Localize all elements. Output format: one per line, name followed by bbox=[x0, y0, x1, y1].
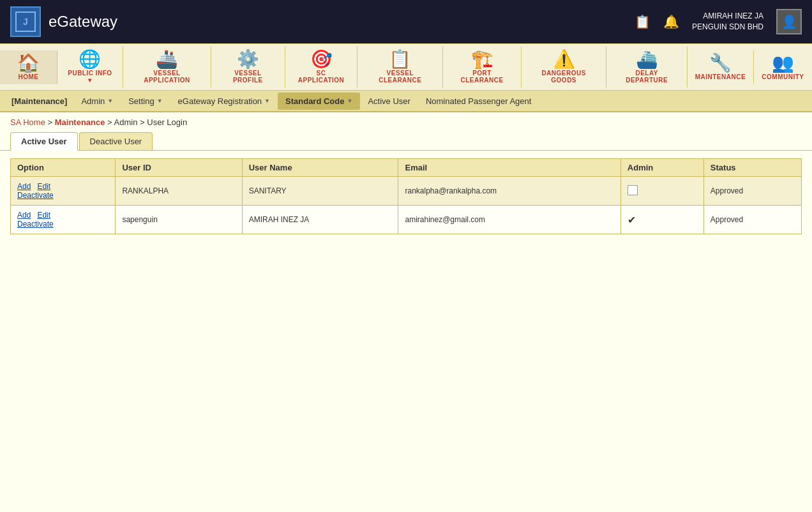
setting-label: Setting bbox=[128, 96, 154, 106]
tabs-bar: Active User Deactive User bbox=[0, 132, 812, 151]
nav-delay-departure[interactable]: ⛴️ DELAY DEPARTURE bbox=[606, 47, 687, 87]
table-row: Add Edit Deactivate sapenguin AMIRAH INE… bbox=[11, 206, 802, 234]
egateway-reg-label: eGateway Registration bbox=[178, 96, 262, 106]
nominated-passenger-label: Nominated Passenger Agent bbox=[426, 96, 532, 106]
col-option: Option bbox=[11, 159, 116, 177]
logo-box: J bbox=[10, 6, 41, 37]
breadcrumb-user-login: User Login bbox=[147, 117, 187, 127]
menu-bar: [Maintenance] Admin ▼ Setting ▼ eGateway… bbox=[0, 91, 812, 112]
row1-admin bbox=[620, 177, 703, 206]
row1-user-name: SANITARY bbox=[242, 177, 398, 206]
app-title: eGateway bbox=[49, 13, 117, 31]
sc-app-icon: 🎯 bbox=[310, 50, 333, 68]
col-admin: Admin bbox=[620, 159, 703, 177]
community-icon: 👥 bbox=[772, 54, 794, 72]
row2-admin: ✔ bbox=[620, 206, 703, 234]
row1-edit-link[interactable]: Edit bbox=[37, 182, 50, 191]
setting-arrow: ▼ bbox=[157, 98, 163, 104]
active-user-menu-label: Active User bbox=[368, 96, 410, 106]
standard-code-label: Standard Code bbox=[285, 96, 344, 106]
community-label: COMMUNITY bbox=[762, 73, 804, 80]
user-company: PENGUIN SDN BHD bbox=[692, 22, 763, 33]
delay-label: DELAY DEPARTURE bbox=[617, 70, 676, 84]
admin-arrow: ▼ bbox=[107, 98, 113, 104]
user-name: AMIRAH INEZ JA bbox=[692, 11, 763, 22]
table-row: Add Edit Deactivate RANKALPHA SANITARY r… bbox=[11, 177, 802, 206]
dangerous-icon: ⚠️ bbox=[553, 50, 575, 68]
sc-app-label: SC APPLICATION bbox=[296, 70, 347, 84]
vessel-app-label: VESSEL APPLICATION bbox=[133, 70, 200, 84]
vessel-profile-icon: ⚙️ bbox=[237, 50, 259, 68]
maintenance-icon: 🔧 bbox=[709, 54, 732, 72]
table-area: Option User ID User Name Email Admin Sta… bbox=[0, 151, 812, 242]
nav-sc-application[interactable]: 🎯 SC APPLICATION bbox=[285, 47, 358, 87]
row2-add-link[interactable]: Add bbox=[17, 211, 31, 220]
nav-community[interactable]: 👥 COMMUNITY bbox=[754, 50, 812, 84]
row2-edit-link[interactable]: Edit bbox=[37, 211, 50, 220]
nav-home[interactable]: 🏠 HOME bbox=[0, 50, 57, 84]
col-email: Email bbox=[398, 159, 620, 177]
maintenance-label: MAINTENANCE bbox=[695, 73, 746, 80]
breadcrumb-maintenance[interactable]: Maintenance bbox=[55, 117, 105, 127]
egateway-reg-arrow: ▼ bbox=[264, 98, 270, 104]
row1-add-link[interactable]: Add bbox=[17, 182, 31, 191]
row2-user-id: sapenguin bbox=[116, 206, 242, 234]
breadcrumb: SA Home > Maintenance > Admin > User Log… bbox=[0, 112, 812, 132]
menu-admin[interactable]: Admin ▼ bbox=[73, 93, 121, 110]
row1-admin-checkbox[interactable] bbox=[628, 185, 638, 195]
users-table: Option User ID User Name Email Admin Sta… bbox=[10, 158, 802, 234]
tab-active-user[interactable]: Active User bbox=[10, 132, 78, 151]
row1-email: rankalpha@rankalpha.com bbox=[398, 177, 620, 206]
home-icon: 🏠 bbox=[17, 54, 40, 72]
nav-vessel-profile[interactable]: ⚙️ VESSEL PROFILE bbox=[211, 47, 285, 87]
admin-label: Admin bbox=[81, 96, 105, 106]
tab-deactive-user[interactable]: Deactive User bbox=[79, 132, 153, 150]
vessel-app-icon: 🚢 bbox=[156, 50, 178, 68]
menu-egateway-registration[interactable]: eGateway Registration ▼ bbox=[170, 93, 278, 110]
breadcrumb-admin: Admin bbox=[114, 117, 138, 127]
clipboard-icon[interactable]: 📋 bbox=[635, 14, 650, 29]
menu-nominated-passenger[interactable]: Nominated Passenger Agent bbox=[418, 93, 539, 110]
nav-vcs-clearance[interactable]: 📋 VESSEL CLEARANCE bbox=[357, 47, 443, 87]
nav-dangerous-goods[interactable]: ⚠️ DANGEROUS GOODS bbox=[522, 47, 607, 87]
menu-active-user[interactable]: Active User bbox=[360, 93, 417, 110]
logo-area: J eGateway bbox=[10, 6, 117, 37]
row2-admin-checkmark[interactable]: ✔ bbox=[628, 215, 636, 225]
vessel-profile-label: VESSEL PROFILE bbox=[222, 70, 274, 84]
top-right-area: 📋 🔔 AMIRAH INEZ JA PENGUIN SDN BHD 👤 bbox=[635, 9, 802, 34]
avatar-icon: 👤 bbox=[781, 14, 797, 29]
nav-icons-bar: 🏠 HOME 🌐 PUBLIC INFO ▾ 🚢 VESSEL APPLICAT… bbox=[0, 43, 812, 91]
nav-vessel-app[interactable]: 🚢 VESSEL APPLICATION bbox=[123, 47, 211, 87]
tab-deactive-user-label: Deactive User bbox=[90, 137, 142, 146]
bell-icon[interactable]: 🔔 bbox=[663, 14, 679, 29]
user-info: AMIRAH INEZ JA PENGUIN SDN BHD bbox=[692, 11, 763, 33]
logo-inner: J bbox=[15, 11, 36, 32]
menu-standard-code[interactable]: Standard Code ▼ bbox=[278, 93, 360, 110]
menu-setting[interactable]: Setting ▼ bbox=[121, 93, 170, 110]
breadcrumb-sa-home[interactable]: SA Home bbox=[10, 117, 45, 127]
vcs-label: VESSEL CLEARANCE bbox=[368, 70, 432, 84]
row2-options: Add Edit Deactivate bbox=[11, 206, 116, 234]
home-label: HOME bbox=[19, 73, 39, 80]
user-avatar[interactable]: 👤 bbox=[776, 9, 802, 34]
port-icon: 🏗️ bbox=[471, 50, 493, 68]
row2-deactivate-link[interactable]: Deactivate bbox=[17, 220, 54, 229]
col-status: Status bbox=[703, 159, 801, 177]
nav-public-info[interactable]: 🌐 PUBLIC INFO ▾ bbox=[57, 47, 123, 87]
port-label: PORT CLEARANCE bbox=[453, 70, 511, 84]
row2-email: amirahinez@gmail.com bbox=[398, 206, 620, 234]
row2-user-name: AMIRAH INEZ JA bbox=[242, 206, 398, 234]
nav-maintenance[interactable]: 🔧 MAINTENANCE bbox=[688, 50, 754, 84]
maintenance-label-menu: [Maintenance] bbox=[5, 93, 73, 110]
vcs-icon: 📋 bbox=[389, 50, 411, 68]
row1-user-id: RANKALPHA bbox=[116, 177, 242, 206]
nav-port-clearance[interactable]: 🏗️ PORT CLEARANCE bbox=[443, 47, 522, 87]
col-user-id: User ID bbox=[116, 159, 242, 177]
dangerous-label: DANGEROUS GOODS bbox=[532, 70, 596, 84]
row1-options: Add Edit Deactivate bbox=[11, 177, 116, 206]
row1-deactivate-link[interactable]: Deactivate bbox=[17, 191, 54, 200]
top-bar: J eGateway 📋 🔔 AMIRAH INEZ JA PENGUIN SD… bbox=[0, 0, 812, 43]
row2-status: Approved bbox=[703, 206, 801, 234]
delay-icon: ⛴️ bbox=[636, 50, 658, 68]
logo-letter: J bbox=[23, 17, 28, 27]
